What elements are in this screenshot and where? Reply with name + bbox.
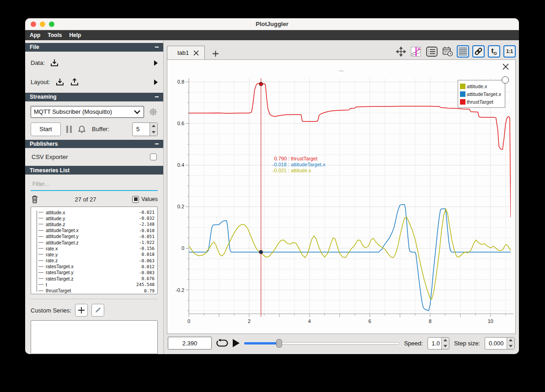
menu-item-tools[interactable]: Tools <box>48 32 62 38</box>
spin-up-icon[interactable] <box>442 338 449 344</box>
spin-up-icon[interactable] <box>150 123 157 129</box>
list-item[interactable]: attitudeTarget.x-0.018 <box>33 228 155 233</box>
list-item[interactable]: attitudeTarget.z-1.922 <box>33 239 155 245</box>
values-label: Values <box>141 196 158 202</box>
list-item[interactable]: attitude.z-2.148 <box>33 221 155 227</box>
legend-drag-handle-icon[interactable] <box>502 76 509 84</box>
link-axes-button[interactable] <box>472 45 485 58</box>
timeseries-list[interactable]: attitude.x-0.021attitude.y-0.032attitude… <box>31 207 158 294</box>
values-checkbox[interactable] <box>132 196 139 203</box>
tree-branch <box>38 254 43 254</box>
grid-layout-button[interactable] <box>457 45 469 58</box>
load-layout-button[interactable] <box>55 77 65 87</box>
list-view-button[interactable] <box>426 45 438 58</box>
list-item[interactable]: ratesTarget.x0.012 <box>33 264 155 270</box>
layout-menu-arrow-icon[interactable] <box>154 79 158 85</box>
list-item[interactable]: attitude.x-0.021 <box>33 209 155 215</box>
streaming-source-select[interactable]: MQTT Subscriber (Mosquitto) <box>31 106 144 118</box>
legend-entry[interactable]: attitudeTarget.x <box>460 90 501 98</box>
section-header-streaming[interactable]: Streaming <box>25 93 163 101</box>
close-tab-icon[interactable] <box>193 50 199 56</box>
start-streaming-button[interactable]: Start <box>31 122 61 136</box>
buffer-value[interactable]: 5 <box>133 123 150 136</box>
series-value: 0.676 <box>141 276 155 281</box>
zoom-window-button[interactable] <box>49 21 54 27</box>
spin-down-icon[interactable] <box>150 129 157 136</box>
section-header-file[interactable]: File <box>25 43 163 52</box>
menu-item-help[interactable]: Help <box>69 32 81 38</box>
collapse-icon[interactable] <box>155 96 159 97</box>
svg-text:A: A <box>417 47 421 51</box>
list-item[interactable]: t245.548 <box>33 281 155 287</box>
time-offset-button[interactable]: tO <box>488 45 500 58</box>
data-label: Data: <box>31 59 45 66</box>
list-item[interactable]: attitudeTarget.y-0.051 <box>33 233 155 239</box>
streaming-section-label: Streaming <box>30 94 57 100</box>
close-window-button[interactable] <box>31 21 36 27</box>
notifications-bell-icon[interactable] <box>77 125 86 134</box>
pan-zoom-button[interactable] <box>395 45 407 58</box>
step-size-value[interactable]: 0.000 <box>485 338 507 349</box>
plot-widget[interactable]: ... 0246810-0.200.20.40.60.8 attitude.xa… <box>167 59 516 334</box>
cursor-tracker-icon: A <box>411 46 422 57</box>
legend-color-swatch <box>460 91 465 97</box>
pause-icon[interactable] <box>66 126 72 133</box>
menubar: AppToolsHelp <box>25 30 519 40</box>
list-item[interactable]: ratesTarget.z0.676 <box>33 275 155 281</box>
series-value: 245.548 <box>136 282 155 287</box>
collapse-icon[interactable] <box>155 47 159 48</box>
slider-handle[interactable] <box>276 339 282 348</box>
speed-value[interactable]: 1.0 <box>428 338 441 349</box>
list-item[interactable]: rate.x-0.156 <box>33 245 155 251</box>
menu-item-app[interactable]: App <box>30 32 40 38</box>
legend-entry[interactable]: attitude.x <box>460 82 501 90</box>
spin-up-icon[interactable] <box>507 338 514 344</box>
data-menu-arrow-icon[interactable] <box>154 60 158 66</box>
list-item[interactable]: rate.z-0.063 <box>33 258 155 264</box>
list-item[interactable]: attitude.y-0.032 <box>33 215 155 221</box>
list-item[interactable]: rate.y0.018 <box>33 251 155 257</box>
tabbar: tab1 A <box>167 40 516 59</box>
plus-icon <box>212 50 219 57</box>
load-data-button[interactable] <box>49 58 59 68</box>
tree-branch <box>38 242 43 243</box>
tracker-style-button[interactable]: A <box>410 45 422 58</box>
series-name: attitude.x <box>46 210 65 215</box>
current-time-field[interactable]: 2.390 <box>168 337 212 350</box>
datetime-button[interactable] <box>441 45 454 58</box>
step-size-spinbox[interactable]: 0.000 <box>485 337 515 350</box>
streaming-settings-button[interactable] <box>149 107 158 117</box>
spin-down-icon[interactable] <box>442 343 449 349</box>
custom-series-list[interactable] <box>31 320 158 354</box>
section-header-publishers[interactable]: Publishers <box>25 140 163 148</box>
play-button[interactable] <box>233 339 240 347</box>
collapse-icon[interactable] <box>155 143 159 144</box>
list-item[interactable]: ratesTarget.y-0.083 <box>33 270 155 275</box>
timeline-slider[interactable] <box>244 339 400 348</box>
tab-tab1[interactable]: tab1 <box>167 46 205 59</box>
minimize-window-button[interactable] <box>40 21 45 27</box>
list-item[interactable]: thrustTarget0.79 <box>33 287 155 293</box>
trash-icon[interactable] <box>31 195 39 204</box>
edit-custom-series-button[interactable] <box>91 304 104 317</box>
add-custom-series-button[interactable] <box>75 304 88 317</box>
plotjuggler-window: PlotJuggler AppToolsHelp File Data: Layo… <box>25 18 519 354</box>
filter-input[interactable] <box>31 178 158 191</box>
ratio-button[interactable]: 1:1 <box>503 45 516 58</box>
buffer-spinbox[interactable]: 5 <box>132 122 158 136</box>
chart-legend[interactable]: attitude.xattitudeTarget.xthrustTarget <box>458 80 505 108</box>
tree-branch <box>38 218 43 218</box>
speed-spinbox[interactable]: 1.0 <box>427 337 449 350</box>
series-value: -1.922 <box>139 240 155 245</box>
csv-exporter-checkbox[interactable] <box>150 154 157 160</box>
new-tab-button[interactable] <box>208 48 223 59</box>
save-layout-button[interactable] <box>69 77 80 87</box>
one-to-one-icon: 1:1 <box>506 49 513 54</box>
series-name: attitudeTarget.z <box>46 240 79 245</box>
toolbar: A tO <box>395 45 516 59</box>
spin-down-icon[interactable] <box>507 343 514 349</box>
section-header-timeseries[interactable]: Timeseries List <box>25 166 163 175</box>
series-value: -0.156 <box>139 246 155 251</box>
loop-button[interactable] <box>216 339 228 348</box>
legend-entry[interactable]: thrustTarget <box>460 98 501 106</box>
